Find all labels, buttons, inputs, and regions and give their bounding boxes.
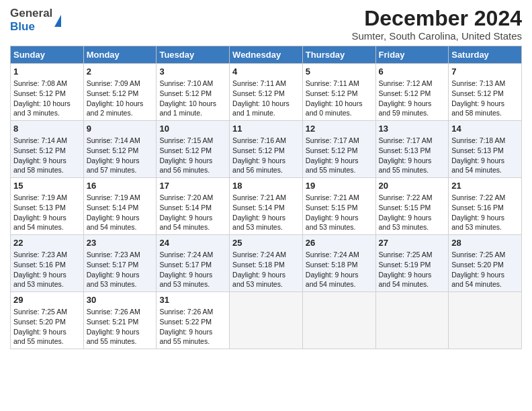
day-number: 8 — [13, 123, 81, 135]
day-info-line: Sunset: 5:14 PM — [159, 203, 226, 213]
day-info-line: and 55 minutes. — [379, 165, 446, 175]
day-info-line: Daylight: 9 hours — [232, 156, 300, 166]
day-info-line: Daylight: 9 hours — [159, 270, 226, 280]
day-info-line: Sunset: 5:19 PM — [379, 260, 446, 270]
day-info-line: Sunset: 5:17 PM — [159, 260, 226, 270]
logo-icon — [54, 15, 61, 27]
day-info-line: Sunset: 5:15 PM — [379, 203, 446, 213]
day-number: 31 — [159, 294, 226, 306]
col-wednesday: Wednesday — [230, 46, 303, 64]
day-info-line: and 53 minutes. — [451, 222, 519, 232]
day-info-line: Sunrise: 7:24 AM — [306, 250, 373, 260]
day-info-line: Daylight: 9 hours — [379, 270, 446, 280]
day-number: 19 — [306, 180, 373, 192]
day-info-line: Sunrise: 7:11 AM — [306, 79, 373, 89]
day-info-line: Sunrise: 7:24 AM — [159, 250, 226, 260]
calendar-cell: 25Sunrise: 7:24 AMSunset: 5:18 PMDayligh… — [230, 235, 303, 292]
day-number: 15 — [13, 180, 81, 192]
day-info-line: Sunset: 5:21 PM — [87, 317, 154, 327]
day-info-line: Sunset: 5:13 PM — [379, 146, 446, 156]
calendar-cell: 8Sunrise: 7:14 AMSunset: 5:12 PMDaylight… — [11, 121, 84, 178]
day-info-line: and 56 minutes. — [159, 165, 226, 175]
calendar-header-row: Sunday Monday Tuesday Wednesday Thursday… — [11, 46, 522, 64]
day-info-line: Sunset: 5:20 PM — [13, 317, 81, 327]
day-info-line: and 55 minutes. — [159, 336, 226, 347]
day-number: 4 — [232, 66, 300, 78]
col-thursday: Thursday — [302, 46, 375, 64]
calendar-cell: 1Sunrise: 7:08 AMSunset: 5:12 PMDaylight… — [11, 64, 84, 121]
day-info-line: Sunrise: 7:22 AM — [451, 193, 519, 203]
day-info-line: Sunrise: 7:17 AM — [379, 136, 446, 146]
calendar-cell: 3Sunrise: 7:10 AMSunset: 5:12 PMDaylight… — [157, 64, 230, 121]
day-info-line: Daylight: 9 hours — [87, 156, 154, 166]
page-title: December 2024 — [352, 7, 522, 30]
day-info-line: Daylight: 9 hours — [232, 270, 300, 280]
calendar-cell: 11Sunrise: 7:16 AMSunset: 5:12 PMDayligh… — [230, 121, 303, 178]
calendar-cell: 16Sunrise: 7:19 AMSunset: 5:14 PMDayligh… — [83, 178, 157, 235]
day-info-line: Sunrise: 7:20 AM — [159, 193, 226, 203]
day-info-line: Sunrise: 7:25 AM — [13, 307, 81, 317]
day-number: 22 — [13, 237, 81, 249]
day-info-line: Sunrise: 7:14 AM — [87, 136, 154, 146]
day-info-line: Sunrise: 7:13 AM — [451, 79, 519, 89]
calendar-cell: 12Sunrise: 7:17 AMSunset: 5:12 PMDayligh… — [302, 121, 375, 178]
day-info-line: Daylight: 10 hours — [232, 99, 300, 109]
calendar-cell: 21Sunrise: 7:22 AMSunset: 5:16 PMDayligh… — [449, 178, 522, 235]
day-info-line: Sunrise: 7:19 AM — [87, 193, 154, 203]
day-info-line: Sunrise: 7:22 AM — [379, 193, 446, 203]
day-number: 1 — [13, 66, 81, 78]
day-info-line: Sunset: 5:16 PM — [451, 203, 519, 213]
day-info-line: Sunset: 5:12 PM — [232, 89, 300, 99]
day-info-line: and 0 minutes. — [306, 108, 373, 118]
calendar-cell: 14Sunrise: 7:18 AMSunset: 5:13 PMDayligh… — [449, 121, 522, 178]
day-info-line: Daylight: 9 hours — [159, 327, 226, 337]
day-info-line: Sunrise: 7:09 AM — [87, 79, 154, 89]
calendar-cell: 5Sunrise: 7:11 AMSunset: 5:12 PMDaylight… — [302, 64, 375, 121]
day-info-line: Daylight: 9 hours — [451, 270, 519, 280]
day-info-line: Sunrise: 7:15 AM — [159, 136, 226, 146]
calendar-week-1: 1Sunrise: 7:08 AMSunset: 5:12 PMDaylight… — [11, 64, 522, 121]
day-number: 27 — [379, 237, 446, 249]
day-info-line: Daylight: 9 hours — [13, 270, 81, 280]
day-info-line: and 53 minutes. — [87, 279, 154, 289]
calendar-cell: 26Sunrise: 7:24 AMSunset: 5:18 PMDayligh… — [302, 235, 375, 292]
day-info-line: and 59 minutes. — [379, 108, 446, 118]
day-info-line: Sunset: 5:12 PM — [159, 146, 226, 156]
day-info-line: Daylight: 10 hours — [306, 99, 373, 109]
day-info-line: Daylight: 9 hours — [451, 156, 519, 166]
calendar-cell: 18Sunrise: 7:21 AMSunset: 5:14 PMDayligh… — [230, 178, 303, 235]
day-info-line: Daylight: 10 hours — [159, 99, 226, 109]
day-info-line: Sunset: 5:14 PM — [232, 203, 300, 213]
day-info-line: Sunset: 5:12 PM — [87, 89, 154, 99]
day-info-line: Daylight: 9 hours — [306, 156, 373, 166]
calendar-cell: 20Sunrise: 7:22 AMSunset: 5:15 PMDayligh… — [375, 178, 449, 235]
day-number: 26 — [306, 237, 373, 249]
day-info-line: and 53 minutes. — [232, 279, 300, 289]
day-number: 13 — [379, 123, 446, 135]
day-info-line: and 55 minutes. — [13, 336, 81, 347]
calendar-cell: 30Sunrise: 7:26 AMSunset: 5:21 PMDayligh… — [83, 291, 157, 349]
calendar-table: Sunday Monday Tuesday Wednesday Thursday… — [10, 46, 522, 349]
day-info-line: Daylight: 9 hours — [87, 213, 154, 223]
day-info-line: and 53 minutes. — [306, 222, 373, 232]
day-info-line: Sunset: 5:12 PM — [159, 89, 226, 99]
day-info-line: Sunset: 5:18 PM — [232, 260, 300, 270]
day-number: 29 — [13, 294, 81, 306]
day-info-line: Sunrise: 7:26 AM — [87, 307, 154, 317]
col-tuesday: Tuesday — [157, 46, 230, 64]
day-number: 11 — [232, 123, 300, 135]
day-info-line: and 54 minutes. — [379, 279, 446, 289]
day-info-line: and 53 minutes. — [13, 279, 81, 289]
day-info-line: Sunset: 5:13 PM — [451, 146, 519, 156]
day-info-line: and 55 minutes. — [306, 165, 373, 175]
calendar-cell — [302, 291, 375, 349]
day-number: 6 — [379, 66, 446, 78]
calendar-week-4: 22Sunrise: 7:23 AMSunset: 5:16 PMDayligh… — [11, 235, 522, 292]
day-number: 17 — [159, 180, 226, 192]
logo-text: General Blue — [10, 7, 52, 34]
day-info-line: Sunrise: 7:11 AM — [232, 79, 300, 89]
header: General Blue December 2024 Sumter, South… — [10, 7, 522, 42]
day-info-line: and 54 minutes. — [451, 165, 519, 175]
day-info-line: Sunrise: 7:14 AM — [13, 136, 81, 146]
day-info-line: Sunset: 5:12 PM — [87, 146, 154, 156]
